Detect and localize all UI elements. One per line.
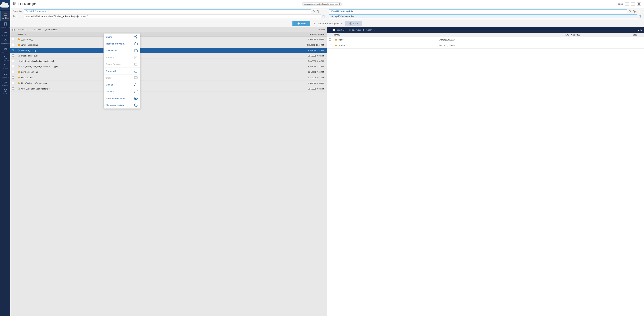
left-row-checkbox[interactable] bbox=[12, 82, 14, 84]
sidebar-item-help[interactable]: HELP bbox=[0, 88, 10, 96]
left-collection-search-btn[interactable] bbox=[312, 10, 316, 13]
left-row-check-cell[interactable] bbox=[10, 53, 16, 58]
left-row-checkbox[interactable] bbox=[12, 60, 14, 62]
right-collection-search-btn[interactable] bbox=[628, 10, 632, 13]
left-table-row[interactable]: .ipynb_checkpoints 4/13/2021, 12:54 PM bbox=[10, 42, 327, 48]
sidebar-item-groups[interactable]: GROUPS bbox=[0, 46, 10, 54]
left-table-row[interactable]: nemo_experiments 5/24/2021, 4:35 PM bbox=[10, 69, 327, 75]
app-logo[interactable] bbox=[0, 0, 10, 10]
context-menu: Share Transfer or Sync to... New Fo bbox=[104, 33, 140, 109]
sidebar-item-account[interactable]: ACCOUNT bbox=[0, 71, 10, 79]
right-table-row[interactable]: projects 7/27/2021, 1:07 PM — › bbox=[327, 43, 644, 48]
fm-area: Collection ⋮ bbox=[10, 8, 644, 316]
left-path-bookmark-btn[interactable] bbox=[322, 15, 325, 18]
left-row-checkbox[interactable] bbox=[12, 54, 14, 57]
left-row-checkbox[interactable] bbox=[12, 65, 14, 67]
left-table-row[interactable]: __pycache__ 5/24/2021, 4:33 PM bbox=[10, 36, 327, 42]
left-table-row[interactable]: Joint_Intent_and_Slot_Classification.ipy… bbox=[10, 64, 327, 69]
left-row-check-cell[interactable] bbox=[10, 69, 16, 75]
left-path-input[interactable] bbox=[24, 14, 321, 18]
left-row-checkbox[interactable] bbox=[12, 71, 14, 73]
left-collection-input[interactable] bbox=[24, 9, 311, 13]
left-table-row[interactable]: NLU-Evaluation-Data-master 5/24/2021, 4:… bbox=[10, 81, 327, 86]
left-row-check-cell[interactable] bbox=[10, 86, 16, 92]
left-row-checkbox[interactable] bbox=[12, 38, 14, 40]
right-row-checkbox[interactable] bbox=[329, 44, 331, 46]
left-row-checkbox[interactable] bbox=[12, 49, 14, 51]
left-table-row[interactable]: nemo_format 5/24/2021, 4:35 PM bbox=[10, 75, 327, 81]
left-row-date: 5/24/2021, 4:47 PM bbox=[224, 64, 327, 69]
sidebar-item-activity[interactable]: ACTIVITY bbox=[0, 29, 10, 37]
right-collection-clear-btn[interactable] bbox=[633, 10, 636, 13]
right-row-name[interactable]: projects bbox=[333, 43, 438, 48]
right-collection-dots-btn[interactable]: ⋮ bbox=[637, 9, 641, 13]
svg-point-45 bbox=[637, 30, 637, 30]
context-menu-item-manage-activation[interactable]: Manage Activation bbox=[104, 102, 140, 109]
right-path-input[interactable] bbox=[329, 14, 637, 18]
left-row-checkbox[interactable] bbox=[12, 44, 14, 46]
left-up-folder-btn[interactable]: up one folder bbox=[28, 28, 43, 31]
sidebar-item-flows[interactable]: FLOWS bbox=[0, 62, 10, 71]
left-refresh-btn[interactable]: refresh list bbox=[44, 28, 57, 31]
right-file-list-scroll[interactable]: NAME LAST MODIFIED SIZE bbox=[327, 33, 644, 316]
right-row-nav[interactable]: › bbox=[639, 43, 644, 48]
left-select-checkbox[interactable] bbox=[12, 29, 14, 31]
right-view-btn[interactable]: view bbox=[635, 29, 642, 31]
right-row-name[interactable]: images bbox=[333, 37, 438, 43]
left-row-checkbox[interactable] bbox=[12, 76, 14, 78]
sidebar-item-console[interactable]: CONSOLE bbox=[0, 54, 10, 62]
right-up-folder-btn[interactable]: up one folder bbox=[346, 28, 362, 31]
right-select-all-checkbox[interactable] bbox=[333, 29, 335, 31]
left-row-check-cell[interactable] bbox=[10, 58, 16, 64]
right-pane-menu-icon[interactable]: ☰ bbox=[329, 28, 332, 32]
left-table-row[interactable]: intent_slot_classification_config.yaml 5… bbox=[10, 58, 327, 64]
left-collection-clear-btn[interactable] bbox=[316, 10, 320, 13]
right-refresh-btn[interactable]: refresh list bbox=[362, 28, 376, 31]
left-select-none-btn[interactable]: select none bbox=[15, 28, 27, 31]
right-th-name[interactable]: NAME bbox=[333, 33, 438, 37]
transfer-sync-options-btn[interactable]: Transfer & Sync Options bbox=[313, 22, 342, 25]
svg-point-2 bbox=[4, 48, 6, 49]
left-file-list-scroll[interactable]: NAME LAST MODIFIED bbox=[10, 32, 327, 316]
right-collection-input[interactable] bbox=[329, 9, 627, 13]
context-menu-item-download[interactable]: Download bbox=[104, 68, 140, 74]
left-pane-header: Collection ⋮ bbox=[13, 9, 325, 18]
left-table-row[interactable]: assistant_utils.py 5/24/2021, 4:32 PM bbox=[10, 48, 327, 53]
left-table-row[interactable]: NLU-Evaluation-Data-master.zip 5/24/2021… bbox=[10, 86, 327, 92]
left-row-check-cell[interactable] bbox=[10, 48, 16, 53]
sidebar-item-bookmarks[interactable]: BOOKMARKS bbox=[0, 21, 10, 29]
left-row-check-cell[interactable] bbox=[10, 64, 16, 69]
right-select-all-btn[interactable]: select all bbox=[336, 28, 345, 31]
start-left-btn[interactable]: Start bbox=[292, 21, 310, 26]
sidebar-item-endpoints[interactable]: ENDPOINTS bbox=[0, 37, 10, 46]
chevron-right-icon[interactable]: › bbox=[641, 44, 641, 47]
context-menu-item-upload[interactable]: Upload bbox=[104, 81, 140, 88]
context-menu-item-show-hidden[interactable]: Show Hidden Items bbox=[104, 95, 140, 102]
left-row-check-cell[interactable] bbox=[10, 81, 16, 86]
chevron-right-icon[interactable]: › bbox=[641, 39, 641, 41]
context-menu-item-transfer[interactable]: Transfer or Sync to... bbox=[104, 40, 140, 47]
panel-triple-btn[interactable] bbox=[637, 2, 641, 6]
sidebar-item-file-manager[interactable]: FILE MANAGER bbox=[0, 11, 10, 21]
left-table-row[interactable]: import_datasets.py 5/24/2021, 4:32 PM bbox=[10, 53, 327, 58]
panel-split-btn[interactable] bbox=[631, 2, 635, 6]
left-row-check-cell[interactable] bbox=[10, 75, 16, 81]
panel-single-btn[interactable] bbox=[625, 2, 629, 6]
left-view-btn[interactable]: view bbox=[318, 28, 325, 31]
sidebar-item-logout[interactable]: LOGOUT bbox=[0, 79, 10, 88]
right-row-checkbox[interactable] bbox=[329, 38, 331, 41]
left-row-checkbox[interactable] bbox=[12, 88, 14, 90]
start-right-btn[interactable]: Start bbox=[345, 21, 362, 26]
context-menu-item-get-link[interactable]: Get Link bbox=[104, 88, 140, 95]
context-menu-item-new-folder[interactable]: New Folder bbox=[104, 47, 140, 54]
left-row-check-cell[interactable] bbox=[10, 42, 16, 48]
context-menu-item-share[interactable]: Share bbox=[104, 33, 140, 40]
right-row-check-cell[interactable] bbox=[327, 37, 333, 43]
right-row-nav[interactable]: › bbox=[639, 37, 644, 43]
left-collection-dots-btn[interactable]: ⋮ bbox=[321, 9, 325, 13]
top-bar-right: Panels bbox=[616, 2, 641, 6]
right-path-bookmark-btn[interactable] bbox=[638, 15, 641, 18]
right-row-check-cell[interactable] bbox=[327, 43, 333, 48]
left-row-check-cell[interactable] bbox=[10, 36, 16, 42]
right-table-row[interactable]: images 7/23/2021, 8:58 AM — › bbox=[327, 37, 644, 43]
